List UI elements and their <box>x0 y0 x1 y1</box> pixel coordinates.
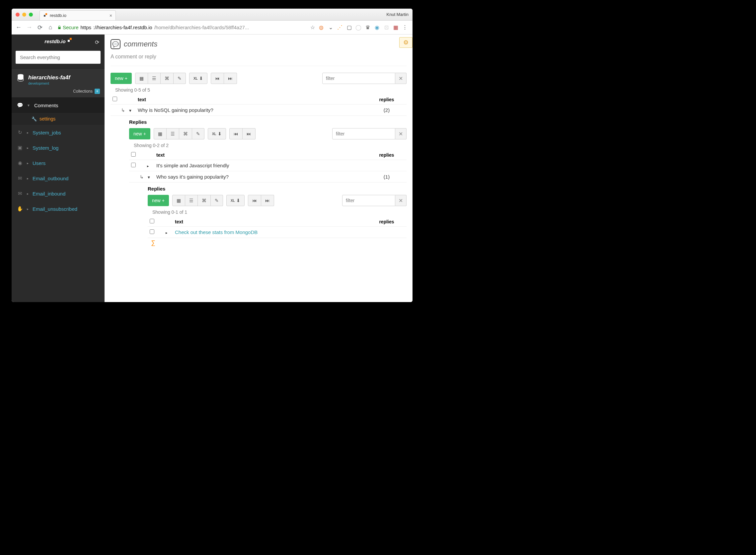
sidebar-item-label: System_jobs <box>33 130 61 135</box>
ext-circle-icon[interactable]: ◯ <box>355 25 361 31</box>
ext-pocket-icon[interactable]: ⌄ <box>327 25 333 31</box>
code-view-button[interactable]: ⌘ <box>161 73 174 84</box>
maximize-window-button[interactable] <box>29 13 33 16</box>
sidebar-item-email-inbound[interactable]: ✉ ▸ Email_inbound <box>12 186 104 201</box>
ext-globe-icon[interactable]: ◉ <box>374 25 380 31</box>
edit-view-button[interactable]: ✎ <box>192 128 205 139</box>
sidebar-subitem-settings[interactable]: 🔧 settings <box>12 113 104 125</box>
ext-color-icon[interactable]: ◍ <box>318 25 324 31</box>
export-xl-button[interactable]: XL ⬇ <box>226 195 244 206</box>
new-button[interactable]: new + <box>148 195 169 206</box>
ext-pixel-icon[interactable]: ▦ <box>393 25 399 31</box>
caret-right-icon: ▸ <box>27 146 29 150</box>
header-text[interactable]: text <box>136 97 367 102</box>
close-window-button[interactable] <box>15 13 19 16</box>
expand-caret-icon[interactable]: ▼ <box>128 109 132 113</box>
ext-crown-icon[interactable]: ♛ <box>365 25 371 31</box>
table-row[interactable]: ▸ It's simple and Javascript friendly <box>129 160 406 171</box>
filter-input[interactable] <box>322 73 395 84</box>
new-label: new <box>115 76 124 81</box>
secure-label: Secure <box>63 25 79 30</box>
page-first-button[interactable]: ⏮ <box>248 195 261 206</box>
page-last-button[interactable]: ⏭ <box>242 128 256 139</box>
ext-chat-icon[interactable]: ⊡ <box>383 25 389 31</box>
list-view-button[interactable]: ☰ <box>185 195 198 206</box>
select-all-checkbox[interactable] <box>131 152 136 157</box>
sidebar-item-system-jobs[interactable]: ↻ ▸ System_jobs <box>12 125 104 140</box>
row-checkbox[interactable] <box>131 163 136 167</box>
row-text: It's simple and Javascript friendly <box>154 163 367 168</box>
grid-view-button[interactable]: ▦ <box>154 128 167 139</box>
add-collection-button[interactable]: + <box>95 89 100 94</box>
grid-view-button[interactable]: ▦ <box>172 195 185 206</box>
filter-input[interactable] <box>332 128 395 139</box>
terminal-icon: ▣ <box>17 145 23 151</box>
code-view-button[interactable]: ⌘ <box>198 195 211 206</box>
row-checkbox[interactable] <box>150 229 154 234</box>
plus-icon: + <box>143 131 146 136</box>
expand-caret-icon[interactable]: ▸ <box>147 164 149 168</box>
new-button[interactable]: new + <box>129 128 150 139</box>
page-first-button[interactable]: ⏮ <box>211 73 224 84</box>
expand-caret-icon[interactable]: ▸ <box>166 231 168 235</box>
pager-group: ⏮ ⏭ <box>211 73 237 84</box>
header-text[interactable]: text <box>154 153 367 158</box>
expand-caret-icon[interactable]: ▼ <box>147 175 151 179</box>
header-replies[interactable]: replies <box>367 97 406 102</box>
drag-handle-icon[interactable]: ↳ <box>140 174 144 180</box>
list-view-button[interactable]: ☰ <box>148 73 161 84</box>
new-button[interactable]: new + <box>110 73 132 84</box>
page-last-button[interactable]: ⏭ <box>261 195 274 206</box>
select-all-checkbox[interactable] <box>150 219 154 223</box>
sidebar-item-label: Email_outbound <box>33 176 69 181</box>
sidebar-item-email-outbound[interactable]: ✉ ▸ Email_outbound <box>12 171 104 186</box>
ext-rss-icon[interactable]: ⋰ <box>337 25 343 31</box>
browser-menu-icon[interactable]: ⋮ <box>402 25 408 31</box>
bookmark-star-icon[interactable]: ☆ <box>310 24 315 31</box>
home-button[interactable]: ⌂ <box>47 24 54 31</box>
tab-close-icon[interactable]: × <box>109 13 112 18</box>
brand-logo[interactable]: restdb.io <box>16 39 100 44</box>
page-last-button[interactable]: ⏭ <box>224 73 237 84</box>
grid-view-button[interactable]: ▦ <box>135 73 148 84</box>
address-bar[interactable]: Secure https ://hierarchies-fa4f.restdb.… <box>57 25 307 30</box>
code-view-button[interactable]: ⌘ <box>179 128 192 139</box>
profile-name[interactable]: Knut Martin <box>387 12 412 17</box>
select-all-checkbox[interactable] <box>113 97 117 101</box>
page-first-button[interactable]: ⏮ <box>229 128 242 139</box>
browser-tab[interactable]: restdb.io × <box>40 10 116 20</box>
table-row[interactable]: ↳ ▼ Who says it's gaining popularity? (1… <box>129 171 406 182</box>
database-block: hierarchies-fa4f development Collections… <box>12 69 104 97</box>
header-text[interactable]: text <box>173 219 367 224</box>
nested-level1: Replies new + ▦ ☰ ⌘ ✎ XL ⬇ ⏮ ⏭ <box>129 119 406 246</box>
minimize-window-button[interactable] <box>22 13 26 16</box>
export-xl-button[interactable]: XL ⬇ <box>189 73 208 84</box>
filter-clear-button[interactable]: ✕ <box>395 128 406 139</box>
sidebar-item-users[interactable]: ◉ ▸ Users <box>12 155 104 171</box>
list-view-button[interactable]: ☰ <box>167 128 179 139</box>
back-button[interactable]: ← <box>15 24 22 31</box>
sidebar-refresh-icon[interactable]: ⟳ <box>95 39 99 45</box>
forward-button[interactable]: → <box>26 24 33 31</box>
export-xl-button[interactable]: XL ⬇ <box>208 128 226 139</box>
ext-cast-icon[interactable]: ▢ <box>346 25 352 31</box>
browser-window: restdb.io × Knut Martin ← → ⟳ ⌂ Secure h… <box>12 9 412 302</box>
sidebar-item-email-unsubscribed[interactable]: ✋ ▸ Email_unsubscribed <box>12 201 104 216</box>
filter-input[interactable] <box>342 195 395 206</box>
search-input[interactable] <box>15 51 100 64</box>
filter-clear-button[interactable]: ✕ <box>395 195 406 206</box>
drag-handle-icon[interactable]: ↳ <box>121 108 125 113</box>
edit-view-button[interactable]: ✎ <box>174 73 186 84</box>
row-text[interactable]: Check out these stats from MongoDB <box>173 229 367 235</box>
reload-button[interactable]: ⟳ <box>36 24 43 31</box>
header-replies[interactable]: replies <box>367 219 406 224</box>
toolbar-level1: new + ▦ ☰ ⌘ ✎ XL ⬇ ⏮ ⏭ <box>129 128 406 139</box>
table-row[interactable]: ▸ Check out these stats from MongoDB <box>148 227 406 238</box>
header-replies[interactable]: replies <box>367 153 406 158</box>
edit-view-button[interactable]: ✎ <box>211 195 223 206</box>
filter-clear-button[interactable]: ✕ <box>395 73 406 84</box>
sidebar-item-system-log[interactable]: ▣ ▸ System_log <box>12 140 104 155</box>
page-settings-button[interactable]: ⚙ <box>399 37 412 48</box>
sidebar-item-comments[interactable]: 💬 ▼ Comments <box>12 97 104 113</box>
table-row[interactable]: ↳ ▼ Why is NoSQL gaining popularity? (2) <box>110 104 406 116</box>
